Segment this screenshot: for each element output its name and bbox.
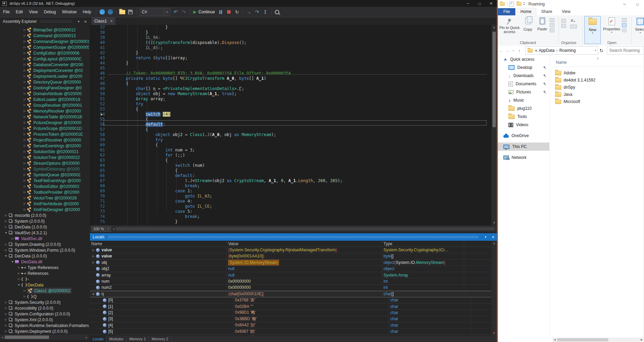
tree-item[interactable]: ▼DecData.dll [0, 259, 89, 265]
zoom-level-select[interactable]: 100 % [91, 226, 106, 232]
copy-button[interactable]: Copy [521, 17, 535, 31]
tree-item[interactable]: ▷System.Runtime.Serialization.Formatters… [0, 323, 89, 328]
tree-item[interactable]: ▷DatabaseConverter @0200 [0, 62, 89, 68]
minimize-icon[interactable]: ─ [618, 1, 631, 8]
expander-collapsed-icon[interactable]: ▷ [22, 138, 27, 142]
continue-button[interactable]: ▶ Continue [192, 8, 216, 16]
locals-row[interactable]: ▷value{byte[0x0001AA10]}byte[] [90, 253, 491, 259]
scroll-right-icon[interactable]: ► [639, 338, 644, 341]
expander-collapsed-icon[interactable]: ▷ [22, 98, 27, 101]
step-over-button[interactable]: ↷ [253, 8, 261, 16]
file-item-de4dot-3-1-41592[interactable]: de4dot 3.1.41592 [555, 77, 595, 84]
expander-collapsed-icon[interactable]: ▷ [22, 86, 27, 89]
menu-help[interactable]: Help [80, 7, 94, 17]
expander-collapsed-icon[interactable]: ▷ [22, 51, 27, 55]
scroll-down-icon[interactable]: ▼ [491, 332, 497, 335]
tree-item[interactable]: ▷DomainAttribute @020000 [0, 91, 89, 96]
maximize-icon[interactable]: □ [474, 0, 485, 7]
tree-item[interactable]: ▷DirectoryQueue @020000 [0, 79, 89, 85]
locals-col-type[interactable]: Type [382, 241, 464, 247]
locals-row[interactable]: obj2nullobject [90, 266, 491, 272]
file-item-java[interactable]: Java [555, 91, 572, 98]
tab-close-icon[interactable]: ✕ [110, 19, 113, 23]
chevron-down-icon[interactable]: ▾ [595, 49, 597, 52]
expander-icon[interactable]: ▷ [91, 249, 95, 252]
expander-icon[interactable]: ▼ [91, 293, 95, 295]
file-item-microsoft[interactable]: Microsoft [555, 98, 580, 105]
expander-collapsed-icon[interactable]: ▷ [4, 243, 8, 246]
expander-collapsed-icon[interactable]: ▷ [22, 179, 27, 182]
tree-item[interactable]: ▷Accessibility (2.0.0.0) [0, 305, 89, 311]
delete-button[interactable]: ✕▾ [570, 18, 577, 23]
refresh-icon[interactable]: ↻ [598, 48, 605, 53]
expander-collapsed-icon[interactable]: ▷ [22, 46, 27, 49]
menu-debug[interactable]: Debug [41, 7, 59, 17]
rename-icon[interactable] [570, 25, 577, 29]
sidebar-item-this-pc[interactable]: This PC [498, 143, 549, 151]
ribbon-tab-share[interactable]: Share [536, 8, 557, 15]
assembly-tree-hscrollbar[interactable]: ◂ ▸ [0, 334, 89, 340]
panel-drag-area[interactable] [108, 236, 478, 238]
expander-icon[interactable]: ▷ [91, 255, 95, 258]
tree-item[interactable]: ▷DecData (1.0.0.0) [0, 224, 89, 230]
tree-item[interactable]: ▷SymbolDictionary @0200 [0, 166, 89, 172]
panel-drag-area[interactable] [40, 20, 73, 23]
locals-titlebar[interactable]: Locals ▾ ✕ [90, 233, 497, 241]
locals-row[interactable]: [5]0x9367 '鍧'char [90, 328, 491, 334]
properties-button[interactable]: Properties ▾ [602, 17, 621, 34]
expander-collapsed-icon[interactable]: ▷ [22, 92, 27, 95]
expander-collapsed-icon[interactable]: ▷ [4, 312, 8, 315]
sidebar-item-downloads[interactable]: ↓Downloads [498, 72, 549, 80]
paste-shortcut-icon[interactable] [550, 28, 554, 32]
ribbon-tab-file[interactable]: File [498, 8, 515, 15]
locals-row[interactable]: [4]0x8A42 '詂'char [90, 322, 491, 328]
scroll-thumb[interactable] [557, 338, 608, 341]
navigate-back-button[interactable]: ← [98, 8, 106, 16]
expander-collapsed-icon[interactable]: ▷ [22, 57, 27, 60]
expander-collapsed-icon[interactable]: ▷ [22, 196, 27, 199]
panel-close-icon[interactable]: ✕ [82, 20, 89, 24]
scroll-up-icon[interactable]: ▲ [491, 25, 497, 29]
quick-access-newfolder-icon[interactable] [517, 2, 521, 5]
code-area[interactable]: 37 }38 }39 IL_9A:40 ((ICryptoTransform)d… [90, 25, 491, 225]
history-icon[interactable] [622, 28, 627, 32]
recent-locations-icon[interactable]: ▾ [510, 49, 516, 52]
search-input[interactable]: Search Roaming [607, 46, 644, 55]
expander-collapsed-icon[interactable]: ▷ [22, 109, 27, 113]
tree-item[interactable]: ▷CommandDesigner @02000014 [0, 39, 89, 44]
tree-item[interactable]: ▷ConfigEditor @02000006 [0, 50, 89, 56]
tree-item[interactable]: ▷Command @02000013 [0, 33, 89, 39]
minimize-icon[interactable]: ─ [462, 0, 474, 7]
tree-item[interactable]: ▷mscorlib (2.0.0.0) [0, 212, 89, 218]
tab-locals[interactable]: Locals [90, 336, 107, 342]
locals-row[interactable]: num20x00000000int [90, 285, 491, 291]
expander-collapsed-icon[interactable]: ▷ [22, 69, 27, 72]
tree-item[interactable]: ▷EditorLoader @02000018 [0, 96, 89, 102]
expander-collapsed-icon[interactable]: ▷ [22, 289, 27, 292]
edit-icon[interactable] [622, 23, 627, 27]
tree-item[interactable]: ▼{ }DecData [0, 282, 89, 288]
file-list-hscrollbar[interactable]: ◄ ► [552, 338, 644, 342]
panel-menu-icon[interactable]: ▾ [482, 235, 489, 239]
zoom-chevron-icon[interactable]: ▾ [106, 226, 111, 232]
expander-collapsed-icon[interactable]: ▷ [22, 34, 27, 37]
break-all-button[interactable] [217, 8, 224, 16]
step-out-button[interactable]: ↥ [262, 8, 269, 16]
open-icon[interactable] [622, 18, 627, 22]
tree-item[interactable]: ▷ConfigLayout @0200000C [0, 56, 89, 62]
show-next-statement-button[interactable]: → [245, 8, 253, 16]
expander-collapsed-icon[interactable]: ▷ [22, 208, 27, 211]
expander-collapsed-icon[interactable]: ▷ [4, 220, 8, 223]
paste-button[interactable]: Paste [535, 17, 549, 31]
expander-collapsed-icon[interactable]: ▷ [22, 133, 27, 136]
expander-collapsed-icon[interactable]: ▷ [22, 144, 27, 147]
tree-item[interactable]: ▷DeploymentConverter @02 [0, 68, 89, 73]
panel-close-icon[interactable]: ✕ [489, 235, 497, 239]
sidebar-item-tools[interactable]: Tools [498, 113, 549, 121]
sidebar-item-desktop[interactable]: Desktop [498, 63, 549, 72]
tree-item[interactable]: ▷System.Deployment (2.0.0.0) [0, 328, 89, 334]
column-header-name[interactable]: Name [556, 60, 567, 65]
move-to-icon[interactable] [561, 19, 566, 23]
quick-access-properties-icon[interactable] [509, 2, 514, 6]
tree-item[interactable]: ▷System.Drawing (2.0.0.0) [0, 241, 89, 247]
